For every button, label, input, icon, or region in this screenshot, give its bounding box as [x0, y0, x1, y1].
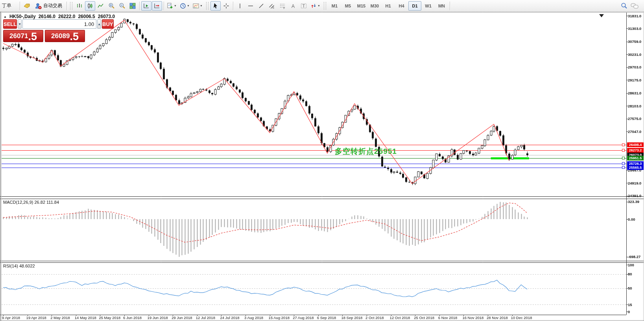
- indicators-icon: [167, 3, 173, 9]
- timeframe-d1[interactable]: D1: [408, 1, 421, 11]
- toolbar-separator: [139, 2, 140, 10]
- bid-quote[interactable]: 26071 .5: [3, 30, 43, 42]
- main-toolbar: 丁单 自动交易: [0, 0, 644, 12]
- ohlc-low: 26006.5: [78, 14, 95, 19]
- autotrading-button[interactable]: 自动交易: [32, 1, 65, 11]
- text-label-button[interactable]: T: [299, 1, 309, 11]
- rsi-indicator-label: RSI(14) 48.6022: [3, 264, 35, 268]
- zoom-in-button[interactable]: [106, 1, 116, 11]
- timeframe-h1[interactable]: H1: [382, 1, 395, 11]
- dropdown-arrow-icon[interactable]: ▾: [173, 4, 177, 7]
- volume-input[interactable]: [22, 19, 96, 29]
- candlestick-icon: [87, 3, 93, 9]
- chart-title: HK50-,Daily: [9, 14, 36, 19]
- autoscroll-button[interactable]: [141, 1, 151, 11]
- svg-text:T: T: [303, 4, 305, 8]
- chat-icon[interactable]: [631, 3, 639, 9]
- cursor-icon: [212, 3, 219, 9]
- mt4-terminal: { "toolbar": { "order_label": "丁单", "aut…: [0, 0, 644, 321]
- ohlc-open: 26146.0: [39, 14, 55, 19]
- ohlc-close: 26073.0: [98, 14, 115, 19]
- dropdown-arrow-icon[interactable]: ▾: [317, 4, 321, 7]
- vertical-line-button[interactable]: [235, 1, 245, 11]
- templates-button[interactable]: ▾: [192, 1, 204, 11]
- fibonacci-button[interactable]: F: [277, 1, 288, 11]
- ask-main: 26089: [51, 32, 70, 42]
- svg-text:E: E: [273, 6, 275, 9]
- svg-text:F: F: [284, 6, 285, 9]
- ask-pips: .5: [70, 31, 79, 42]
- svg-text:A: A: [292, 3, 295, 9]
- new-order-icon-button[interactable]: [22, 1, 32, 11]
- timeframe-m1[interactable]: M1: [328, 1, 341, 11]
- template-icon: [193, 3, 199, 9]
- bar-chart-button[interactable]: [74, 1, 85, 11]
- bid-pips: .5: [28, 31, 37, 42]
- macd-indicator-label: MACD(12,26,9) 26.82 111.84: [3, 200, 59, 205]
- equidistant-channel-button[interactable]: E: [267, 1, 277, 11]
- price-chart-canvas[interactable]: [0, 12, 644, 321]
- ask-quote[interactable]: 26089 .5: [45, 30, 85, 42]
- autotrading-icon: [35, 3, 42, 9]
- line-chart-icon: [98, 3, 104, 9]
- zoom-out-button[interactable]: [117, 1, 127, 11]
- bar-chart-icon: [76, 3, 83, 9]
- autotrading-label: 自动交易: [43, 2, 62, 9]
- timeframe-w1[interactable]: W1: [422, 1, 435, 11]
- text-button[interactable]: A: [288, 1, 298, 11]
- toolbar-separator: [20, 2, 20, 10]
- zoom-out-icon: [119, 2, 125, 9]
- clock-icon: [180, 3, 186, 9]
- toolbar-grip[interactable]: [70, 2, 72, 10]
- toolbar-grip[interactable]: [324, 2, 326, 10]
- horizontal-line-icon: [247, 3, 254, 9]
- autoscroll-icon: [143, 3, 149, 9]
- sell-button[interactable]: SELL: [3, 19, 17, 29]
- candlestick-chart-button[interactable]: [85, 1, 95, 11]
- periods-button[interactable]: ▾: [179, 1, 191, 11]
- timeframe-m15[interactable]: M15: [355, 1, 368, 11]
- text-a-icon: A: [290, 3, 296, 9]
- price-tag-icon: [23, 3, 30, 9]
- bid-main: 26071: [9, 32, 28, 42]
- ohlc-high: 26222.0: [58, 14, 75, 19]
- volume-increase-button[interactable]: ▲: [97, 19, 101, 29]
- trendline-icon: [258, 3, 264, 9]
- toolbar-separator: [450, 2, 450, 10]
- tile-windows-button[interactable]: [127, 1, 138, 11]
- cursor-button[interactable]: [210, 1, 221, 11]
- timeframe-h4[interactable]: H4: [395, 1, 408, 11]
- new-order-button[interactable]: 丁单: [1, 1, 18, 11]
- dropdown-arrow-icon[interactable]: ▾: [199, 4, 203, 7]
- toolbar-separator: [66, 2, 67, 10]
- line-chart-button[interactable]: [96, 1, 106, 11]
- chart-shift-button[interactable]: [152, 1, 162, 11]
- trendline-button[interactable]: [256, 1, 266, 11]
- arrows-icon: [310, 3, 317, 9]
- crosshair-button[interactable]: [221, 1, 231, 11]
- toolbar-right-group: [621, 2, 643, 9]
- toolbar-separator: [233, 2, 233, 10]
- arrows-button[interactable]: ▾: [309, 1, 322, 11]
- indicators-button[interactable]: ▾: [166, 1, 178, 11]
- new-order-label: 丁单: [2, 2, 11, 9]
- chart-shift-icon: [154, 3, 160, 9]
- timeframe-m5[interactable]: M5: [341, 1, 354, 11]
- search-icon[interactable]: [621, 2, 627, 9]
- volume-decrease-button[interactable]: ▼: [18, 19, 22, 29]
- buy-button[interactable]: BUY: [102, 19, 113, 29]
- zoom-in-icon: [108, 2, 115, 9]
- timeframe-m30[interactable]: M30: [368, 1, 381, 11]
- text-label-icon: T: [301, 3, 307, 9]
- annotation-text[interactable]: 多空转折点25951: [335, 146, 397, 157]
- toolbar-grip[interactable]: [206, 2, 209, 10]
- collapse-arrow-icon[interactable]: ▲: [4, 15, 7, 18]
- toolbar-separator: [164, 2, 164, 10]
- chart-header: ▲ HK50-,Daily 26146.0 26222.0 26006.5 26…: [4, 14, 115, 19]
- crosshair-icon: [223, 3, 229, 9]
- timeframe-mn[interactable]: MN: [435, 1, 448, 11]
- one-click-trading-panel: SELL ▼ ▲ BUY 26071 .5 26089 .5: [3, 19, 85, 42]
- vertical-line-icon: [237, 3, 243, 9]
- horizontal-line-button[interactable]: [245, 1, 256, 11]
- dropdown-arrow-icon[interactable]: ▾: [186, 4, 190, 7]
